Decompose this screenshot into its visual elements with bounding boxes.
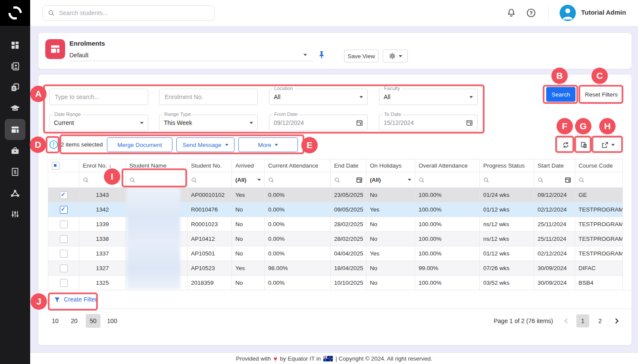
student-search-box[interactable] [42, 5, 215, 21]
row-checkbox[interactable] [60, 191, 68, 199]
sidebar-item-documents[interactable] [5, 77, 25, 98]
enrolments-icon [10, 125, 20, 134]
page-number-1[interactable]: 1 [576, 314, 589, 327]
students-icon [10, 62, 20, 71]
sidebar-item-preferences[interactable] [5, 203, 25, 224]
row-checkbox[interactable] [60, 235, 68, 243]
topbar: ? Tutorial Admin [30, 0, 638, 26]
page-size-20[interactable]: 20 [67, 314, 81, 328]
search-icon [191, 177, 197, 183]
sidebar-item-enrolments[interactable] [5, 119, 25, 140]
merge-document-button[interactable]: Merge Document [107, 137, 172, 152]
filter-on-holidays[interactable]: (All) [366, 172, 415, 188]
user-name[interactable]: Tutorial Admin [581, 9, 626, 16]
col-enrol-no[interactable]: Enrol No.↓ [79, 159, 126, 172]
chevron-down-icon [250, 122, 253, 124]
filter-current-attendance[interactable] [265, 172, 331, 188]
sidebar: $ [0, 0, 30, 364]
from-date-field[interactable]: From Date 09/12/2024 [269, 115, 368, 131]
help-icon[interactable]: ? [526, 8, 536, 18]
sidebar-item-finance[interactable]: $ [5, 161, 25, 182]
type-to-search-field[interactable] [49, 89, 148, 105]
col-overall-attendance[interactable]: Overall Attendance [415, 159, 480, 172]
app-logo[interactable] [0, 0, 30, 26]
date-range-select[interactable]: Date Range Current [49, 115, 148, 131]
sidebar-item-students[interactable] [5, 56, 25, 77]
calendar-icon [356, 177, 363, 183]
row-checkbox[interactable] [60, 206, 68, 214]
student-search-input[interactable] [58, 9, 209, 17]
enrolment-no-input[interactable] [164, 93, 253, 101]
chevron-down-icon [303, 54, 307, 56]
col-student-no[interactable]: Student No. [188, 159, 232, 172]
view-settings-button[interactable] [383, 50, 408, 62]
col-arrived[interactable]: Arrived [232, 159, 265, 172]
select-all-checkbox[interactable] [52, 162, 59, 170]
col-student-name[interactable]: Student Name [126, 159, 188, 172]
filter-progress-status[interactable] [480, 172, 534, 188]
filter-start-date[interactable] [534, 172, 575, 188]
col-progress-status[interactable]: Progress Status [480, 159, 534, 172]
filter-arrived[interactable]: (All) [232, 172, 265, 188]
filter-overall-attendance[interactable] [415, 172, 480, 188]
row-checkbox[interactable] [60, 279, 68, 287]
send-message-label: Send Message [182, 142, 221, 148]
row-checkbox[interactable] [60, 264, 68, 272]
refresh-button[interactable] [557, 137, 574, 152]
col-end-date[interactable]: End Date [331, 159, 366, 172]
more-button[interactable]: More [238, 137, 298, 152]
previous-page-icon[interactable] [563, 317, 570, 325]
pin-icon[interactable] [318, 50, 325, 59]
notifications-bell-icon[interactable] [506, 8, 516, 18]
send-message-button[interactable]: Send Message [176, 137, 235, 152]
chevron-down-icon [469, 96, 473, 98]
gear-icon [388, 52, 396, 60]
to-date-field[interactable]: To Date 15/12/2024 [379, 115, 478, 131]
annotation-label-h: H [599, 118, 616, 134]
view-selector[interactable]: Default [69, 49, 313, 61]
export-button[interactable] [593, 137, 622, 152]
annotation-label-f: F [557, 118, 573, 134]
col-on-holidays[interactable]: On Holidays [366, 159, 415, 172]
sidebar-item-academics[interactable] [5, 98, 25, 119]
avatar-person-icon [560, 5, 576, 21]
next-page-icon[interactable] [613, 317, 620, 325]
select-all-header[interactable] [48, 159, 79, 172]
footer-text-1: Provided with [236, 355, 271, 362]
col-current-attendance[interactable]: Current Attendance [265, 159, 331, 172]
enrolment-no-field[interactable] [159, 89, 258, 105]
search-button[interactable]: Search [546, 87, 575, 102]
range-type-select[interactable]: Range Type This Week [159, 115, 258, 131]
page-number-2[interactable]: 2 [594, 314, 607, 327]
reset-filters-button[interactable]: Reset Filters [582, 87, 621, 102]
faculty-select[interactable]: Faculty All [379, 89, 478, 105]
sidebar-item-jobs[interactable] [5, 140, 25, 161]
col-course-code[interactable]: Course Code [575, 159, 623, 172]
save-view-button[interactable]: Save View [344, 50, 378, 62]
sidebar-item-network[interactable] [5, 182, 25, 203]
page-size-10[interactable]: 10 [48, 314, 63, 328]
filter-course-code[interactable] [575, 172, 623, 188]
row-checkbox[interactable] [60, 221, 68, 228]
calendar-icon [356, 119, 363, 126]
sidebar-item-dashboard[interactable] [5, 34, 25, 56]
row-checkbox[interactable] [60, 250, 68, 258]
page-size-100[interactable]: 100 [105, 314, 119, 328]
filter-student-no[interactable] [188, 172, 232, 188]
column-chooser-button[interactable] [576, 137, 591, 152]
type-to-search-input[interactable] [54, 93, 144, 101]
enrolments-table: Enrol No.↓ Student Name Student No. Arri… [48, 159, 622, 290]
calendar-icon [466, 119, 473, 126]
location-select[interactable]: Location All [269, 89, 368, 105]
page-info: Page 1 of 2 (76 items) [494, 317, 553, 324]
view-name: Default [69, 52, 88, 59]
create-filter-button[interactable]: Create Filter [54, 296, 97, 303]
sidebar-nav: $ [0, 26, 30, 224]
user-avatar[interactable] [560, 5, 576, 21]
filter-end-date[interactable] [331, 172, 366, 188]
filter-student-name[interactable] [126, 172, 188, 188]
col-start-date[interactable]: Start Date [534, 159, 575, 172]
network-icon [10, 188, 20, 198]
page-size-50[interactable]: 50 [86, 314, 100, 328]
australia-flag-icon [323, 356, 333, 361]
